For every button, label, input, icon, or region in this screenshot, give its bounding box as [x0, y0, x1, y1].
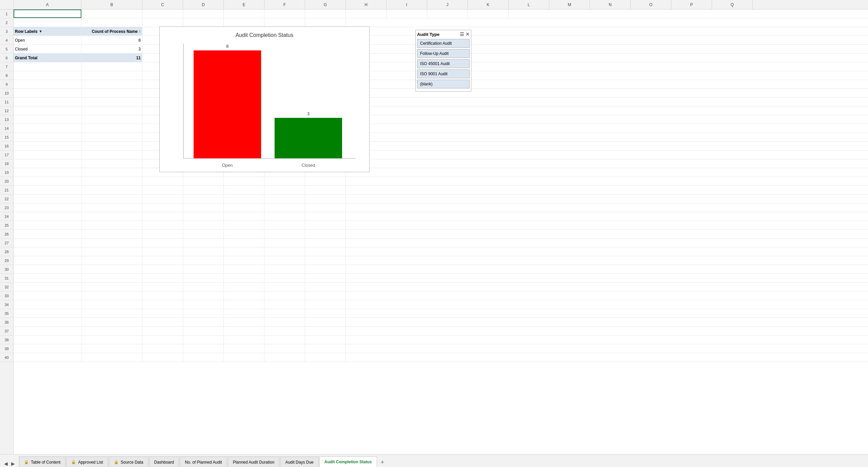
tab-source-data[interactable]: 🔒 Source Data: [109, 456, 149, 467]
cell-C28[interactable]: [142, 247, 183, 256]
cell-a1[interactable]: [14, 9, 81, 18]
cell-C29[interactable]: [142, 256, 183, 265]
cell-C22[interactable]: [142, 195, 183, 203]
cell-D36[interactable]: [183, 318, 224, 326]
cell-C39[interactable]: [142, 344, 183, 353]
cell-E25[interactable]: [224, 221, 264, 229]
cell-A25[interactable]: [14, 221, 81, 229]
cell-b1[interactable]: [81, 9, 142, 18]
cell-E22[interactable]: [224, 195, 264, 203]
cell-k1[interactable]: [468, 9, 509, 18]
cell-c2[interactable]: [142, 18, 183, 27]
cell-E35[interactable]: [224, 309, 264, 318]
cell-D31[interactable]: [183, 274, 224, 282]
cell-B27[interactable]: [81, 239, 142, 247]
cell-C33[interactable]: [142, 291, 183, 300]
cell-B10[interactable]: [81, 89, 142, 97]
tab-audit-completion-status[interactable]: Audit Completion Status: [319, 456, 377, 467]
cell-G39[interactable]: [305, 344, 346, 353]
cell-B7[interactable]: [81, 62, 142, 71]
col-header-g[interactable]: G: [305, 0, 346, 9]
cell-G32[interactable]: [305, 283, 346, 291]
cell-G26[interactable]: [305, 230, 346, 238]
cell-F32[interactable]: [264, 283, 305, 291]
cell-F35[interactable]: [264, 309, 305, 318]
cell-A38[interactable]: [14, 336, 81, 344]
tab-approved-list[interactable]: 🔒 Approved List: [66, 456, 108, 467]
tab-nav-right[interactable]: ▶: [10, 460, 16, 467]
cell-G21[interactable]: [305, 186, 346, 194]
cell-A30[interactable]: [14, 265, 81, 273]
filter-item-iso9001[interactable]: ISO 9001 Audit: [417, 69, 470, 78]
cell-C27[interactable]: [142, 239, 183, 247]
cell-D20[interactable]: [183, 177, 224, 185]
cell-A35[interactable]: [14, 309, 81, 318]
tab-table-of-content[interactable]: 🔒 Table of Content: [19, 456, 65, 467]
bar-open[interactable]: [194, 50, 261, 159]
cell-B9[interactable]: [81, 80, 142, 88]
cell-B31[interactable]: [81, 274, 142, 282]
cell-A18[interactable]: [14, 159, 81, 168]
sort-icon[interactable]: ↕: [139, 29, 141, 33]
cell-F29[interactable]: [264, 256, 305, 265]
tab-planned-audit-duration[interactable]: Planned Audit Duration: [228, 456, 280, 467]
cell-D22[interactable]: [183, 195, 224, 203]
col-header-n[interactable]: N: [590, 0, 631, 9]
filter-item-followup[interactable]: Follow-Up Audit: [417, 49, 470, 58]
col-header-q[interactable]: Q: [712, 0, 753, 9]
cell-B19[interactable]: [81, 168, 142, 177]
cell-A24[interactable]: [14, 212, 81, 221]
cell-B28[interactable]: [81, 247, 142, 256]
cell-B16[interactable]: [81, 142, 142, 150]
cell-C30[interactable]: [142, 265, 183, 273]
cell-F20[interactable]: [264, 177, 305, 185]
filter-item-blank[interactable]: (blank): [417, 80, 470, 88]
cell-A32[interactable]: [14, 283, 81, 291]
col-header-m[interactable]: M: [549, 0, 590, 9]
cell-C36[interactable]: [142, 318, 183, 326]
cell-g2[interactable]: [305, 18, 346, 27]
tab-dashboard[interactable]: Dashboard: [149, 456, 179, 467]
cell-F28[interactable]: [264, 247, 305, 256]
col-header-i[interactable]: I: [387, 0, 427, 9]
cell-G22[interactable]: [305, 195, 346, 203]
col-header-h[interactable]: H: [346, 0, 387, 9]
cell-F36[interactable]: [264, 318, 305, 326]
filter-item-certification[interactable]: Certification Audit: [417, 39, 470, 48]
cell-C37[interactable]: [142, 327, 183, 335]
cell-A22[interactable]: [14, 195, 81, 203]
cell-A27[interactable]: [14, 239, 81, 247]
cell-F21[interactable]: [264, 186, 305, 194]
cell-G24[interactable]: [305, 212, 346, 221]
cell-F39[interactable]: [264, 344, 305, 353]
cell-A21[interactable]: [14, 186, 81, 194]
cell-G28[interactable]: [305, 247, 346, 256]
cell-j1[interactable]: [427, 9, 468, 18]
cell-B21[interactable]: [81, 186, 142, 194]
cell-A16[interactable]: [14, 142, 81, 150]
cell-A29[interactable]: [14, 256, 81, 265]
col-header-l[interactable]: L: [509, 0, 549, 9]
cell-b2[interactable]: [81, 18, 142, 27]
cell-C34[interactable]: [142, 300, 183, 309]
cell-D26[interactable]: [183, 230, 224, 238]
cell-A37[interactable]: [14, 327, 81, 335]
cell-E31[interactable]: [224, 274, 264, 282]
cell-g1[interactable]: [305, 9, 346, 18]
pivot-grand-total-value[interactable]: 11: [81, 54, 142, 62]
col-header-j[interactable]: J: [427, 0, 468, 9]
cell-A10[interactable]: [14, 89, 81, 97]
cell-G25[interactable]: [305, 221, 346, 229]
cell-A33[interactable]: [14, 291, 81, 300]
col-header-a[interactable]: A: [14, 0, 81, 9]
col-header-k[interactable]: K: [468, 0, 509, 9]
cell-D33[interactable]: [183, 291, 224, 300]
cell-e2[interactable]: [224, 18, 264, 27]
cell-A36[interactable]: [14, 318, 81, 326]
cell-D39[interactable]: [183, 344, 224, 353]
cell-G38[interactable]: [305, 336, 346, 344]
col-header-b[interactable]: B: [81, 0, 142, 9]
cell-C23[interactable]: [142, 203, 183, 212]
cell-E26[interactable]: [224, 230, 264, 238]
cell-D37[interactable]: [183, 327, 224, 335]
